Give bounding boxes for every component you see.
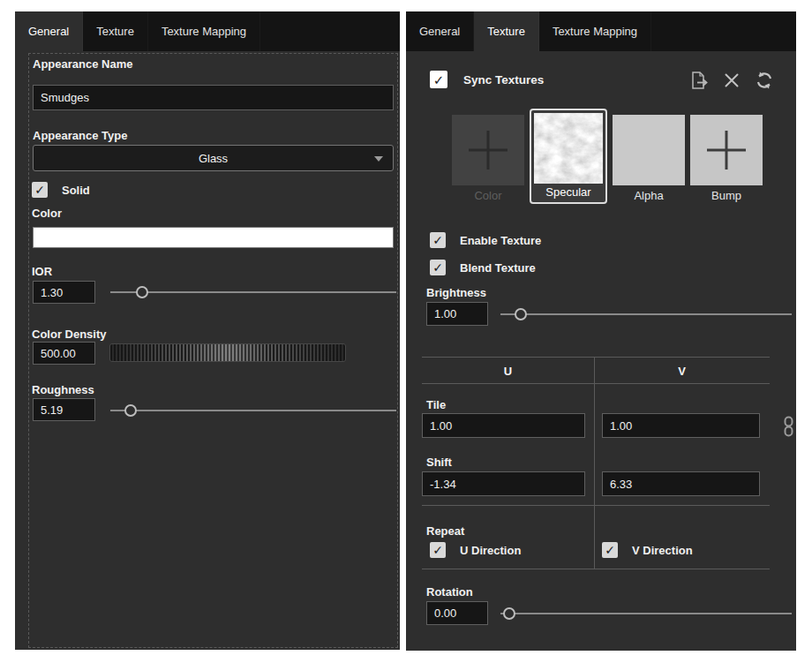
ior-input[interactable]: 1.30 [33, 281, 95, 304]
repeat-u-checkbox[interactable] [430, 542, 446, 558]
tile-u-input[interactable]: 1.00 [422, 413, 585, 438]
brightness-label: Brightness [426, 286, 486, 299]
tile-v-input[interactable]: 1.00 [602, 413, 760, 438]
appearance-type-label: Appearance Type [33, 129, 127, 142]
rotation-label: Rotation [426, 585, 473, 599]
tile-label: Tile [426, 398, 446, 411]
ior-slider-handle[interactable] [136, 286, 148, 298]
chevron-down-icon [374, 156, 383, 162]
divider [422, 357, 770, 358]
shift-label: Shift [426, 456, 452, 469]
color-density-label: Color Density [32, 328, 107, 341]
general-panel: General Texture Texture Mapping Appearan… [15, 11, 400, 650]
appearance-name-label: Appearance Name [33, 57, 132, 71]
brightness-slider[interactable] [500, 308, 792, 321]
enable-texture-checkbox[interactable] [430, 232, 446, 248]
link-icon[interactable] [783, 416, 794, 441]
roughness-input[interactable]: 5.19 [33, 398, 95, 421]
texture-slot-color-label: Color [452, 189, 524, 202]
texture-toolbar [688, 70, 775, 91]
u-column-header: U [422, 365, 594, 378]
ior-slider[interactable] [110, 286, 396, 299]
texture-slot-alpha[interactable]: Alpha [613, 115, 685, 202]
v-column-header: V [594, 365, 770, 378]
color-swatch[interactable] [33, 227, 394, 248]
roughness-slider-handle[interactable] [124, 404, 137, 417]
tab-texture-mapping[interactable]: Texture Mapping [539, 11, 651, 51]
tab-texture-mapping[interactable]: Texture Mapping [148, 11, 260, 51]
divider [422, 505, 770, 506]
rotation-input[interactable]: 0.00 [426, 601, 488, 625]
appearance-type-dropdown[interactable]: Glass [33, 145, 394, 171]
add-texture-icon [707, 131, 746, 170]
texture-slot-specular-label: Specular [534, 185, 603, 200]
texture-slot-row: Color S [452, 109, 763, 204]
texture-slot-specular[interactable]: Specular [530, 109, 607, 204]
specular-texture-thumbnail [534, 113, 603, 184]
tab-general[interactable]: General [15, 11, 83, 51]
divider [422, 569, 770, 569]
texture-slot-color[interactable]: Color [452, 115, 524, 202]
appearance-type-value: Glass [199, 152, 228, 165]
brightness-slider-handle[interactable] [515, 308, 527, 320]
tab-texture[interactable]: Texture [474, 11, 539, 51]
sync-textures-label: Sync Textures [463, 73, 544, 87]
color-density-slider[interactable] [109, 343, 346, 362]
shift-v-input[interactable]: 6.33 [602, 471, 760, 496]
brightness-input[interactable]: 1.00 [426, 302, 488, 326]
column-divider [594, 357, 595, 569]
solid-label: Solid [62, 184, 90, 197]
blend-texture-label: Blend Texture [460, 261, 536, 275]
export-icon[interactable] [688, 70, 710, 91]
color-density-input[interactable]: 500.00 [33, 342, 95, 365]
ior-label: IOR [32, 265, 52, 278]
repeat-u-label: U Direction [460, 544, 521, 557]
repeat-label: Repeat [426, 524, 464, 538]
texture-panel: General Texture Texture Mapping Sync Tex… [406, 11, 796, 651]
repeat-v-checkbox[interactable] [602, 542, 618, 558]
texture-slot-bump-label: Bump [690, 189, 763, 202]
solid-checkbox[interactable] [32, 182, 48, 198]
roughness-slider-track [110, 410, 396, 411]
rotation-slider-handle[interactable] [503, 607, 515, 620]
color-label: Color [32, 207, 62, 220]
ior-slider-track [110, 291, 396, 293]
sync-textures-checkbox[interactable] [430, 71, 447, 88]
rotation-slider-track [500, 613, 792, 614]
refresh-icon[interactable] [754, 70, 775, 91]
divider [422, 383, 770, 384]
roughness-label: Roughness [32, 383, 94, 396]
texture-slot-bump[interactable]: Bump [690, 115, 763, 202]
shift-u-input[interactable]: -1.34 [422, 471, 585, 496]
add-texture-icon [469, 131, 508, 170]
tab-general[interactable]: General [406, 11, 474, 51]
left-tab-bar: General Texture Texture Mapping [15, 11, 400, 51]
rotation-slider[interactable] [500, 607, 792, 621]
enable-texture-label: Enable Texture [460, 234, 541, 247]
appearance-name-input[interactable]: Smudges [33, 85, 394, 110]
roughness-slider[interactable] [110, 404, 396, 418]
brightness-slider-track [500, 313, 792, 315]
blend-texture-checkbox[interactable] [430, 260, 446, 275]
tab-texture[interactable]: Texture [83, 11, 148, 51]
right-tab-bar: General Texture Texture Mapping [406, 11, 796, 51]
repeat-v-label: V Direction [632, 544, 693, 557]
texture-slot-alpha-label: Alpha [613, 189, 685, 202]
delete-icon[interactable] [721, 70, 742, 91]
